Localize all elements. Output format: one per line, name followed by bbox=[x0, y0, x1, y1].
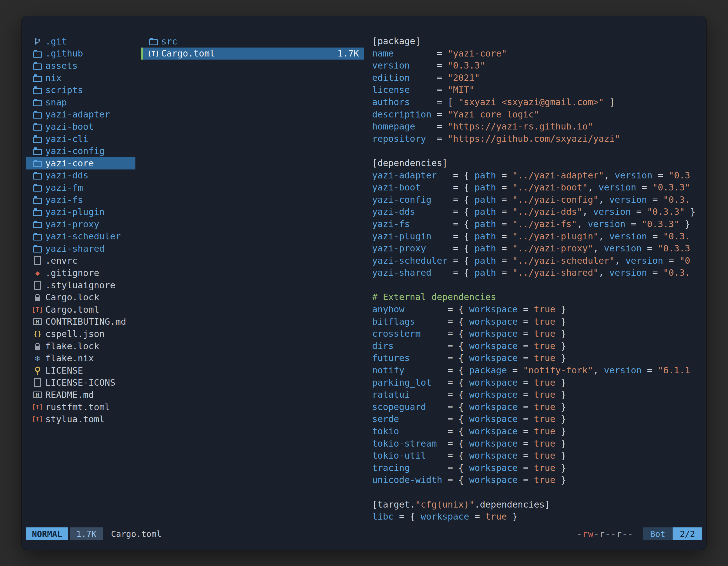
current-dir-item-src[interactable]: src bbox=[141, 35, 364, 48]
current-directory-pane[interactable]: src[T]Cargo.toml1.7K bbox=[141, 35, 364, 60]
parent-dir-item-yazi-core[interactable]: yazi-core bbox=[26, 157, 135, 170]
parent-dir-item-flake.nix[interactable]: ❄flake.nix bbox=[26, 352, 135, 364]
file-name: rustfmt.toml bbox=[45, 402, 110, 412]
preview-line: notify = { package = "notify-fork", vers… bbox=[372, 364, 702, 377]
folder-icon bbox=[31, 170, 44, 181]
status-filename: Cargo.toml bbox=[111, 529, 162, 539]
json-icon: {} bbox=[31, 328, 44, 340]
file-name: yazi-plugin bbox=[45, 207, 105, 217]
parent-dir-item-yazi-adapter[interactable]: yazi-adapter bbox=[26, 109, 135, 121]
folder-icon bbox=[31, 72, 44, 84]
parent-dir-item-.envrc[interactable]: .envrc bbox=[26, 255, 135, 267]
file-name: CONTRIBUTING.md bbox=[45, 316, 126, 327]
parent-dir-item-rustfmt.toml[interactable]: [T]rustfmt.toml bbox=[26, 401, 135, 413]
parent-dir-item-assets[interactable]: assets bbox=[26, 60, 135, 72]
file-name: yazi-boot bbox=[45, 121, 94, 132]
parent-dir-item-Cargo.lock[interactable]: Cargo.lock bbox=[26, 291, 135, 303]
markdown-icon: M bbox=[31, 316, 44, 327]
parent-dir-item-yazi-plugin[interactable]: yazi-plugin bbox=[26, 206, 135, 218]
license-icon bbox=[31, 365, 44, 376]
parent-dir-item-snap[interactable]: snap bbox=[26, 96, 135, 109]
file-name: yazi-scheduler bbox=[45, 231, 121, 242]
hover-marker bbox=[141, 48, 143, 60]
file-name: yazi-shared bbox=[45, 243, 105, 254]
preview-line: description = "Yazi core logic" bbox=[372, 109, 702, 121]
preview-line: [target."cfg(unix)".dependencies] bbox=[372, 499, 702, 511]
file-name: flake.lock bbox=[45, 341, 99, 351]
parent-dir-item-flake.lock[interactable]: flake.lock bbox=[26, 340, 135, 352]
parent-dir-item-scripts[interactable]: scripts bbox=[26, 84, 135, 96]
preview-line: authors = [ "sxyazi <sxyazi@gmail.com>" … bbox=[372, 96, 702, 109]
preview-line: homepage = "https://yazi-rs.github.io" bbox=[372, 121, 702, 133]
file-name: assets bbox=[45, 60, 78, 71]
file-name: yazi-proxy bbox=[45, 219, 99, 230]
preview-line: yazi-dds = { path = "../yazi-dds", versi… bbox=[372, 206, 702, 218]
parent-directory-pane[interactable]: .git.githubassetsnixscriptssnapyazi-adap… bbox=[26, 35, 135, 425]
git-icon bbox=[31, 36, 44, 47]
preview-line: serde = { workspace = true } bbox=[372, 413, 702, 425]
preview-line: tokio-util = { workspace = true } bbox=[372, 450, 702, 462]
parent-dir-item-LICENSE-ICONS[interactable]: LICENSE-ICONS bbox=[26, 377, 135, 389]
preview-line: [package] bbox=[372, 35, 702, 48]
parent-dir-item-nix[interactable]: nix bbox=[26, 72, 135, 84]
folder-icon bbox=[31, 121, 44, 133]
file-name: stylua.toml bbox=[45, 414, 105, 424]
preview-pane[interactable]: [package]name = "yazi-core"version = "0.… bbox=[372, 35, 702, 522]
folder-icon bbox=[31, 97, 44, 108]
file-name: scripts bbox=[45, 85, 83, 95]
scroll-position-badge: Bot bbox=[643, 527, 673, 540]
folder-icon bbox=[31, 48, 44, 59]
parent-dir-item-LICENSE[interactable]: LICENSE bbox=[26, 364, 135, 377]
file-name: yazi-config bbox=[45, 146, 105, 156]
mode-indicator: NORMAL bbox=[26, 527, 68, 540]
parent-dir-item-.gitignore[interactable]: ◆.gitignore bbox=[26, 267, 135, 279]
file-name: README.md bbox=[45, 389, 94, 400]
preview-line: version = "0.3.3" bbox=[372, 60, 702, 72]
file-name: .github bbox=[45, 48, 83, 59]
parent-dir-item-yazi-proxy[interactable]: yazi-proxy bbox=[26, 218, 135, 231]
preview-line: license = "MIT" bbox=[372, 84, 702, 96]
preview-line: scopeguard = { workspace = true } bbox=[372, 401, 702, 413]
parent-dir-item-yazi-scheduler[interactable]: yazi-scheduler bbox=[26, 231, 135, 243]
file-icon bbox=[31, 280, 44, 291]
toml-icon: [T] bbox=[31, 413, 44, 425]
preview-line: yazi-shared = { path = "../yazi-shared",… bbox=[372, 267, 702, 279]
current-dir-item-Cargo.toml[interactable]: [T]Cargo.toml1.7K bbox=[141, 48, 364, 60]
toml-icon: [T] bbox=[31, 304, 44, 315]
parent-dir-item-.github[interactable]: .github bbox=[26, 48, 135, 60]
parent-dir-item-.styluaignore[interactable]: .styluaignore bbox=[26, 279, 135, 291]
file-name: yazi-cli bbox=[45, 134, 88, 144]
parent-dir-item-cspell.json[interactable]: {}cspell.json bbox=[26, 328, 135, 340]
parent-dir-item-yazi-config[interactable]: yazi-config bbox=[26, 145, 135, 157]
nix-icon: ❄ bbox=[31, 352, 44, 364]
preview-line: futures = { workspace = true } bbox=[372, 352, 702, 364]
file-name: LICENSE-ICONS bbox=[45, 377, 115, 388]
preview-line: edition = "2021" bbox=[372, 72, 702, 84]
lock-icon bbox=[31, 340, 44, 352]
hover-marker bbox=[141, 35, 143, 48]
parent-dir-item-README.md[interactable]: MREADME.md bbox=[26, 389, 135, 401]
parent-dir-item-CONTRIBUTING.md[interactable]: MCONTRIBUTING.md bbox=[26, 316, 135, 328]
file-name: LICENSE bbox=[45, 365, 83, 376]
file-name: src bbox=[161, 36, 364, 47]
parent-dir-item-yazi-fs[interactable]: yazi-fs bbox=[26, 194, 135, 206]
parent-dir-item-yazi-boot[interactable]: yazi-boot bbox=[26, 121, 135, 133]
lock-icon bbox=[31, 291, 44, 303]
parent-dir-item-Cargo.toml[interactable]: [T]Cargo.toml bbox=[26, 303, 135, 316]
parent-dir-item-stylua.toml[interactable]: [T]stylua.toml bbox=[26, 413, 135, 425]
parent-dir-item-.git[interactable]: .git bbox=[26, 35, 135, 48]
file-size: 1.7K bbox=[337, 48, 364, 59]
folder-icon bbox=[31, 133, 44, 145]
file-name: yazi-core bbox=[45, 158, 94, 169]
parent-dir-item-yazi-fm[interactable]: yazi-fm bbox=[26, 182, 135, 194]
pane-divider-right bbox=[369, 27, 369, 519]
toml-icon: [T] bbox=[31, 401, 44, 413]
folder-icon bbox=[31, 194, 44, 206]
file-name: .styluaignore bbox=[45, 280, 115, 290]
parent-dir-item-yazi-dds[interactable]: yazi-dds bbox=[26, 170, 135, 182]
parent-dir-item-yazi-shared[interactable]: yazi-shared bbox=[26, 243, 135, 255]
folder-icon bbox=[31, 219, 44, 230]
parent-dir-item-yazi-cli[interactable]: yazi-cli bbox=[26, 133, 135, 145]
pane-divider-left bbox=[138, 27, 138, 519]
preview-line: yazi-config = { path = "../yazi-config",… bbox=[372, 194, 702, 206]
